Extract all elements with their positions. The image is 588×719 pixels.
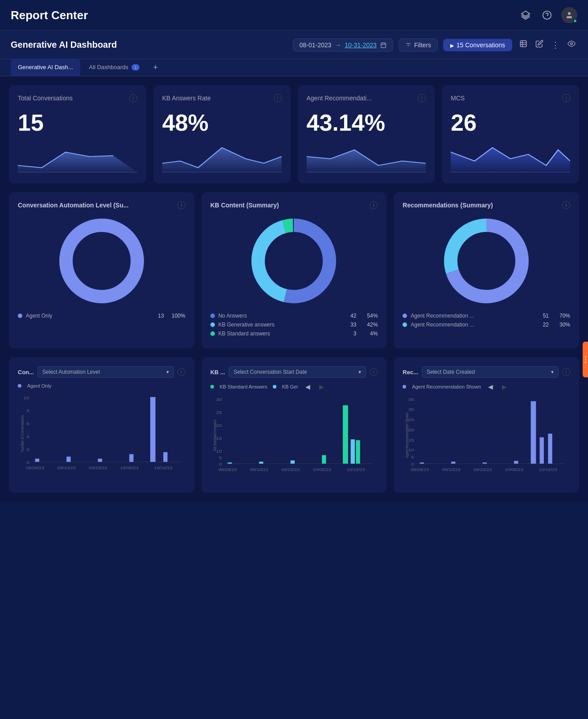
bar-chart-0: 10 8 6 4 2 0 — [18, 393, 185, 482]
svg-text:KB Standard Answers: KB Standard Answers — [212, 420, 217, 451]
bar-card-0: Con... Select Automation Level i Agent O… — [9, 357, 194, 493]
avatar-status-dot — [573, 19, 577, 23]
bar-dropdown-label-0: Select Automation Level — [42, 369, 100, 375]
kpi-chart-2 — [307, 143, 426, 174]
svg-rect-99 — [483, 463, 487, 464]
svg-text:10: 10 — [24, 396, 29, 400]
eye-icon[interactable] — [566, 38, 577, 52]
info-icon-bar-0[interactable]: i — [177, 368, 185, 376]
svg-text:09/10/23: 09/10/23 — [250, 467, 268, 472]
svg-marker-20 — [307, 150, 426, 172]
bar-dropdown-1[interactable]: Select Conversation Start Date — [229, 366, 366, 378]
svg-rect-72 — [343, 405, 348, 464]
svg-point-3 — [568, 12, 571, 15]
svg-text:6: 6 — [26, 421, 29, 426]
legend-item-0-0: Agent Only 13 100% — [18, 313, 185, 319]
svg-rect-47 — [163, 452, 167, 462]
dashboard-toolbar: Generative AI Dashboard 08-01-2023 → 10-… — [0, 31, 588, 59]
kpi-card-mcs: MCS i 26 — [442, 85, 579, 183]
donut-chart-1 — [210, 216, 378, 306]
donut-chart-0 — [18, 216, 185, 306]
layers-icon[interactable] — [518, 8, 533, 22]
chevron-down-icon-1 — [358, 369, 361, 375]
svg-text:09/10/23: 09/10/23 — [58, 466, 76, 470]
bar-card-header-0: Con... Select Automation Level i — [18, 366, 185, 378]
svg-rect-4 — [381, 43, 386, 48]
svg-text:2: 2 — [26, 447, 29, 452]
info-icon-bar-1[interactable]: i — [370, 368, 378, 376]
accent-strip[interactable] — [583, 342, 588, 377]
bar-chart-2: 35 30 25 20 15 10 5 0 — [403, 395, 570, 484]
bar-legend-0: Agent Only — [18, 383, 185, 388]
bar-legend-item-2-0: Agent Recommendation Shown — [403, 384, 481, 389]
tab-all-dashboards[interactable]: All Dashboards 1 — [82, 59, 147, 76]
bar-card-header-2: Rec... Select Date Created i — [403, 366, 570, 378]
kpi-chart-0 — [18, 143, 137, 174]
info-icon-donut-0[interactable]: i — [177, 201, 185, 209]
svg-text:09/23/23: 09/23/23 — [281, 467, 300, 472]
legend-dot-2-0 — [403, 314, 407, 318]
filters-label: Filters — [414, 41, 431, 49]
info-icon-0[interactable]: i — [129, 94, 137, 102]
svg-rect-97 — [420, 463, 424, 464]
svg-rect-45 — [129, 454, 133, 462]
avatar[interactable] — [561, 7, 577, 23]
tab-add-button[interactable]: + — [148, 59, 162, 76]
filters-button[interactable]: Filters — [399, 38, 438, 52]
legend-item-2-0: Agent Recommendation ... 51 70% — [403, 313, 570, 319]
info-icon-donut-1[interactable]: i — [370, 201, 378, 209]
legend-dot-1-1 — [210, 322, 215, 327]
pencil-icon[interactable] — [534, 38, 545, 52]
donut-legend-0: Agent Only 13 100% — [18, 313, 185, 319]
kpi-header-0: Total Conversations i — [18, 94, 137, 102]
info-icon-1[interactable]: i — [274, 94, 282, 102]
table-icon[interactable] — [518, 38, 529, 52]
legend-prev-button-1[interactable]: ◀ — [304, 383, 312, 390]
legend-dot-bar-1-0 — [210, 385, 214, 388]
svg-rect-103 — [548, 434, 552, 463]
bar-card-header-1: KB ... Select Conversation Start Date i — [210, 366, 378, 378]
date-range-picker[interactable]: 08-01-2023 → 10-31-2023 — [293, 38, 393, 52]
svg-text:08/28/23: 08/28/23 — [26, 466, 44, 470]
legend-dot-0-0 — [18, 314, 22, 318]
bar-legend-1: KB Standard Answers KB Ger ◀ ▶ — [210, 383, 378, 390]
svg-text:10/19/23: 10/19/23 — [346, 467, 365, 472]
tab-generative-ai-dash[interactable]: Generative AI Dash... — [11, 59, 80, 76]
toolbar-action-icons: ⋮ — [518, 38, 577, 52]
kpi-value-2: 43.14% — [307, 109, 426, 136]
info-icon-2[interactable]: i — [418, 94, 426, 102]
svg-text:30: 30 — [408, 408, 414, 412]
kpi-title-3: MCS — [451, 95, 465, 102]
kpi-card-kb-answers-rate: KB Answers Rate i 48% — [153, 85, 291, 183]
legend-item-1-1: KB Generative answers 33 42% — [210, 322, 378, 328]
bar-card-title-2: Rec... — [403, 369, 418, 376]
bar-dropdown-2[interactable]: Select Date Created — [422, 366, 559, 378]
svg-point-24 — [66, 225, 137, 297]
bar-chart-1: 30 25 20 15 10 5 0 — [210, 395, 378, 484]
svg-text:08/28/23: 08/28/23 — [218, 467, 237, 472]
svg-marker-18 — [162, 148, 282, 172]
kpi-row: Total Conversations i 15 — [9, 85, 579, 183]
kpi-value-3: 26 — [451, 109, 570, 136]
svg-marker-22 — [451, 148, 570, 172]
legend-dot-bar-0-0 — [18, 384, 21, 388]
legend-next-button-1[interactable]: ▶ — [317, 383, 326, 390]
more-options-icon[interactable]: ⋮ — [550, 38, 561, 52]
conversations-button[interactable]: 15 Conversations — [443, 39, 512, 51]
legend-next-button-2[interactable]: ▶ — [500, 383, 509, 390]
help-circle-icon[interactable] — [540, 8, 554, 22]
svg-text:4: 4 — [26, 434, 29, 439]
svg-text:0: 0 — [26, 460, 29, 465]
bar-card-title-0: Con... — [18, 369, 34, 376]
bar-dropdown-label-1: Select Conversation Start Date — [234, 369, 307, 375]
svg-point-15 — [571, 43, 573, 45]
info-icon-3[interactable]: i — [562, 94, 570, 102]
svg-text:10/19/23: 10/19/23 — [539, 467, 557, 472]
donut-card-kb-content: KB Content (Summary) i No Answers 42 54% — [201, 192, 387, 348]
info-icon-donut-2[interactable]: i — [562, 201, 570, 209]
bar-dropdown-0[interactable]: Select Automation Level — [37, 366, 174, 378]
svg-text:10/06/23: 10/06/23 — [313, 467, 331, 472]
info-icon-bar-2[interactable]: i — [562, 368, 570, 376]
tab-label-0: Generative AI Dash... — [18, 64, 73, 70]
legend-prev-button-2[interactable]: ◀ — [486, 383, 495, 390]
